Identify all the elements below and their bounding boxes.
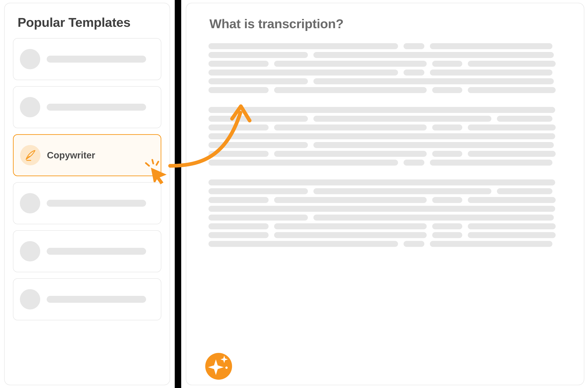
placeholder-line [468,61,556,67]
placeholder-line [208,223,269,229]
placeholder-line [432,223,462,229]
placeholder-line [47,296,146,303]
quill-icon [20,145,40,165]
placeholder-line [208,124,269,130]
placeholder-line [313,215,554,220]
placeholder-icon [20,193,40,213]
placeholder-line [208,160,398,166]
placeholder-line [208,61,269,67]
placeholder-line [208,215,308,220]
placeholder-line [313,116,491,122]
placeholder-line [468,232,556,238]
svg-line-2 [146,163,149,166]
placeholder-line [313,78,554,84]
placeholder-line [432,61,462,67]
content-paragraph [208,43,571,247]
placeholder-line [208,197,269,203]
placeholder-line [208,206,555,212]
placeholder-line [208,179,555,185]
placeholder-line [468,223,556,229]
sidebar-title: Popular Templates [18,15,159,30]
placeholder-line [208,43,398,49]
placeholder-line [313,188,491,194]
template-card[interactable] [13,86,161,128]
cursor-click-icon [142,158,169,186]
placeholder-line [208,133,555,139]
placeholder-icon [20,49,40,69]
placeholder-line [47,56,146,63]
placeholder-line [404,70,424,75]
placeholder-line [430,70,552,75]
placeholder-line [208,116,308,122]
placeholder-line [274,124,427,130]
app-illustration: Popular Templates Copywriter [0,0,588,388]
placeholder-icon [20,241,40,262]
placeholder-line [208,241,398,247]
placeholder-line [208,52,308,58]
template-card-copywriter[interactable]: Copywriter [13,134,161,176]
placeholder-line [468,124,556,130]
placeholder-line [497,116,552,122]
placeholder-line [432,197,462,203]
placeholder-line [208,151,269,157]
placeholder-line [430,160,552,166]
placeholder-line [497,188,552,194]
placeholder-line [313,142,554,148]
placeholder-line [432,124,462,130]
placeholder-line [430,241,552,247]
svg-line-1 [152,160,153,164]
placeholder-icon [20,289,40,310]
template-card[interactable] [13,182,161,224]
template-card[interactable] [13,278,161,320]
content-panel: What is transcription? [186,3,584,385]
placeholder-line [274,151,427,157]
placeholder-line [47,248,146,255]
placeholder-line [430,43,552,49]
panel-divider [175,0,181,388]
svg-line-3 [156,162,158,165]
placeholder-line [468,151,556,157]
placeholder-line [432,151,462,157]
placeholder-line [208,107,555,113]
placeholder-line [208,232,269,238]
placeholder-line [208,142,308,148]
placeholder-line [208,78,308,84]
placeholder-line [468,87,556,93]
placeholder-line [404,43,424,49]
placeholder-line [47,104,146,111]
placeholder-line [208,188,308,194]
placeholder-line [208,70,398,75]
placeholder-line [47,200,146,207]
template-card[interactable] [13,230,161,272]
placeholder-icon [20,97,40,117]
template-list: Copywriter [13,38,161,320]
template-label: Copywriter [47,150,95,161]
placeholder-line [274,61,427,67]
placeholder-line [404,241,424,247]
templates-sidebar: Popular Templates Copywriter [4,3,170,385]
sparkle-badge-icon [205,352,232,380]
placeholder-line [404,160,424,166]
placeholder-line [274,87,427,93]
placeholder-line [208,87,269,93]
placeholder-line [432,232,462,238]
placeholder-line [313,52,554,58]
template-card[interactable] [13,38,161,80]
placeholder-line [274,197,427,203]
placeholder-line [274,223,427,229]
content-title: What is transcription? [209,16,571,31]
placeholder-line [468,197,556,203]
placeholder-line [432,87,462,93]
svg-point-5 [225,366,228,369]
placeholder-line [274,232,427,238]
